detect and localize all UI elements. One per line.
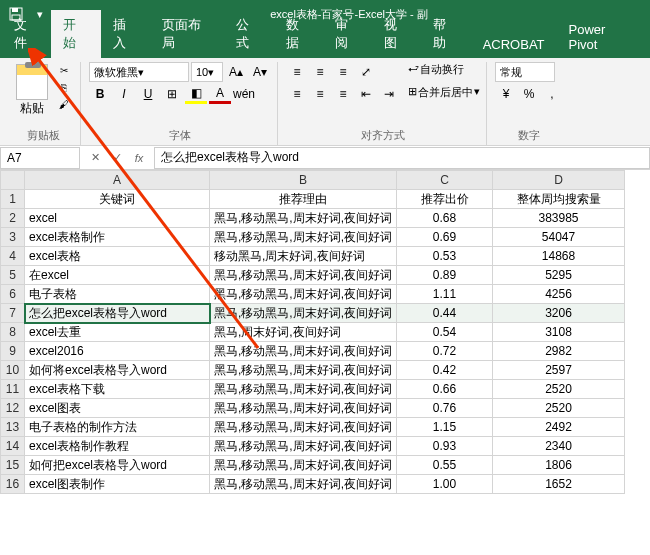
cell[interactable]: 1806 (493, 456, 625, 475)
row-header[interactable]: 1 (1, 190, 25, 209)
align-right-icon[interactable]: ≡ (332, 84, 354, 104)
cell[interactable]: excel (25, 209, 210, 228)
cell[interactable]: 2492 (493, 418, 625, 437)
orientation-icon[interactable]: ⤢ (355, 62, 377, 82)
align-center-icon[interactable]: ≡ (309, 84, 331, 104)
paste-button[interactable]: 粘贴 (12, 62, 52, 119)
row-header[interactable]: 10 (1, 361, 25, 380)
tab-review[interactable]: 审阅 (323, 10, 372, 58)
tab-formula[interactable]: 公式 (224, 10, 273, 58)
name-box[interactable]: A7 (0, 147, 80, 169)
cell[interactable]: 3108 (493, 323, 625, 342)
font-color-icon[interactable]: A (209, 84, 231, 104)
cell[interactable]: 0.72 (397, 342, 493, 361)
number-format-select[interactable]: 常规 (495, 62, 555, 82)
increase-font-icon[interactable]: A▴ (225, 62, 247, 82)
row-header[interactable]: 12 (1, 399, 25, 418)
cell[interactable]: excel表格 (25, 247, 210, 266)
fill-color-icon[interactable]: ◧ (185, 84, 207, 104)
cell[interactable]: 1652 (493, 475, 625, 494)
cell[interactable]: 1.15 (397, 418, 493, 437)
cell[interactable]: 黑马,移动黑马,周末好词,夜间好词 (210, 437, 397, 456)
cell[interactable]: 3206 (493, 304, 625, 323)
cell[interactable]: excel图表制作 (25, 475, 210, 494)
cell[interactable]: 0.55 (397, 456, 493, 475)
column-header[interactable]: C (397, 171, 493, 190)
cell[interactable]: 黑马,周末好词,夜间好词 (210, 323, 397, 342)
tab-acrobat[interactable]: ACROBAT (471, 31, 557, 58)
cell[interactable]: 黑马,移动黑马,周末好词,夜间好词 (210, 266, 397, 285)
cell[interactable]: 0.89 (397, 266, 493, 285)
fx-icon[interactable]: fx (128, 148, 150, 168)
cell[interactable]: 0.66 (397, 380, 493, 399)
bold-icon[interactable]: B (89, 84, 111, 104)
column-header[interactable]: D (493, 171, 625, 190)
cut-icon[interactable]: ✂ (54, 62, 74, 78)
cell[interactable]: excel2016 (25, 342, 210, 361)
cell[interactable]: 在excel (25, 266, 210, 285)
cell[interactable]: 0.54 (397, 323, 493, 342)
merge-center-button[interactable]: ⊞ 合并后居中 ▾ (408, 85, 480, 100)
indent-left-icon[interactable]: ⇤ (355, 84, 377, 104)
cancel-fx-icon[interactable]: ✕ (84, 148, 106, 168)
cell[interactable]: 怎么把excel表格导入word (25, 304, 210, 323)
table-header-cell[interactable]: 推荐理由 (210, 190, 397, 209)
currency-icon[interactable]: ¥ (495, 84, 517, 104)
cell[interactable]: excel表格下载 (25, 380, 210, 399)
tab-view[interactable]: 视图 (372, 10, 421, 58)
cell[interactable]: 黑马,移动黑马,周末好词,夜间好词 (210, 342, 397, 361)
row-header[interactable]: 15 (1, 456, 25, 475)
cell[interactable]: 黑马,移动黑马,周末好词,夜间好词 (210, 475, 397, 494)
tab-data[interactable]: 数据 (274, 10, 323, 58)
tab-powerpivot[interactable]: Power Pivot (557, 16, 648, 58)
cell[interactable]: 383985 (493, 209, 625, 228)
row-header[interactable]: 11 (1, 380, 25, 399)
row-header[interactable]: 4 (1, 247, 25, 266)
table-header-cell[interactable]: 推荐出价 (397, 190, 493, 209)
align-bottom-icon[interactable]: ≡ (332, 62, 354, 82)
cell[interactable]: 5295 (493, 266, 625, 285)
cell[interactable]: 0.76 (397, 399, 493, 418)
indent-right-icon[interactable]: ⇥ (378, 84, 400, 104)
cell[interactable]: 如何把excel表格导入word (25, 456, 210, 475)
row-header[interactable]: 16 (1, 475, 25, 494)
cell[interactable]: 2340 (493, 437, 625, 456)
cell[interactable]: 黑马,移动黑马,周末好词,夜间好词 (210, 228, 397, 247)
cell[interactable]: 2520 (493, 380, 625, 399)
row-header[interactable]: 13 (1, 418, 25, 437)
align-top-icon[interactable]: ≡ (286, 62, 308, 82)
phonetic-icon[interactable]: wén (233, 84, 255, 104)
cell[interactable]: 54047 (493, 228, 625, 247)
cell[interactable]: 黑马,移动黑马,周末好词,夜间好词 (210, 418, 397, 437)
worksheet[interactable]: ABCD1关键词推荐理由推荐出价整体周均搜索量2excel黑马,移动黑马,周末好… (0, 170, 650, 494)
cell[interactable]: 1.00 (397, 475, 493, 494)
tab-file[interactable]: 文件 (2, 10, 51, 58)
table-header-cell[interactable]: 整体周均搜索量 (493, 190, 625, 209)
enter-fx-icon[interactable]: ✓ (106, 148, 128, 168)
cell[interactable]: 0.69 (397, 228, 493, 247)
cell[interactable]: excel去重 (25, 323, 210, 342)
cell[interactable]: 0.93 (397, 437, 493, 456)
cell[interactable]: 0.42 (397, 361, 493, 380)
row-header[interactable]: 7 (1, 304, 25, 323)
wrap-text-button[interactable]: ⮐ 自动换行 (408, 62, 480, 77)
cell[interactable]: 2520 (493, 399, 625, 418)
tab-help[interactable]: 帮助 (421, 10, 470, 58)
font-name-select[interactable]: 微软雅黑 ▾ (89, 62, 189, 82)
table-header-cell[interactable]: 关键词 (25, 190, 210, 209)
cell[interactable]: excel图表 (25, 399, 210, 418)
cell[interactable]: excel表格制作教程 (25, 437, 210, 456)
cell[interactable]: 如何将excel表格导入word (25, 361, 210, 380)
row-header[interactable]: 5 (1, 266, 25, 285)
comma-icon[interactable]: , (541, 84, 563, 104)
cell[interactable]: 2982 (493, 342, 625, 361)
copy-icon[interactable]: ⎘ (54, 79, 74, 95)
italic-icon[interactable]: I (113, 84, 135, 104)
cell[interactable]: 4256 (493, 285, 625, 304)
cell[interactable]: excel表格制作 (25, 228, 210, 247)
row-header[interactable]: 8 (1, 323, 25, 342)
cell[interactable]: 2597 (493, 361, 625, 380)
column-header[interactable]: A (25, 171, 210, 190)
border-icon[interactable]: ⊞ (161, 84, 183, 104)
percent-icon[interactable]: % (518, 84, 540, 104)
